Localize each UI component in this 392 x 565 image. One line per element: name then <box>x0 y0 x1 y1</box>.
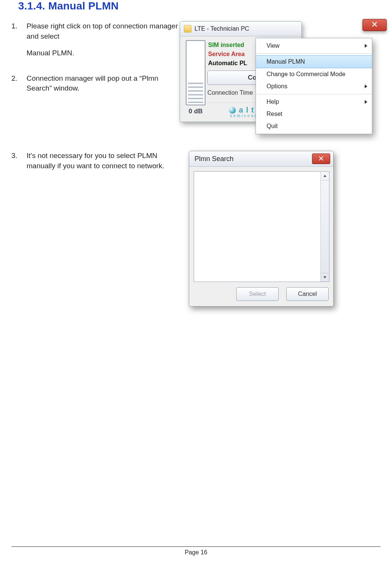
step-number: 2. <box>11 74 27 100</box>
menu-separator <box>256 53 372 54</box>
screenshot-plmn-search-dialog: Plmn Search Select <box>189 151 340 307</box>
menu-item-options[interactable]: Options <box>256 80 372 92</box>
menu-item-view[interactable]: View <box>256 40 372 52</box>
menu-item-reset[interactable]: Reset <box>256 108 372 120</box>
context-menu: View Manual PLMN Change to Commercial Mo… <box>256 38 372 134</box>
step-number: 3. <box>11 151 27 178</box>
plmn-search-dialog: Plmn Search Select <box>189 151 334 307</box>
menu-item-manual-plmn[interactable]: Manual PLMN <box>256 55 372 68</box>
app-icon <box>184 25 191 33</box>
step-text: Manual PLMN. <box>27 48 178 58</box>
step-text: Please right click on top of connection … <box>27 21 178 41</box>
select-button: Select <box>236 287 279 301</box>
lte-window-titlebar[interactable]: LTE - Technician PC <box>180 22 301 36</box>
dialog-titlebar[interactable]: Plmn Search <box>189 151 333 167</box>
menu-separator <box>256 94 372 94</box>
menu-item-change-commercial[interactable]: Change to Commercial Mode <box>256 68 372 80</box>
dialog-title-text: Plmn Search <box>194 155 234 163</box>
signal-strength-meter <box>186 40 205 105</box>
window-title-text: LTE - Technician PC <box>194 25 249 32</box>
close-icon <box>372 21 378 29</box>
menu-item-quit[interactable]: Quit <box>256 120 372 132</box>
scrollbar[interactable] <box>320 172 329 282</box>
step-text: Connection manager will pop out a “Plmn … <box>27 74 178 94</box>
signal-db-label: 0 dB <box>189 108 203 115</box>
step-text: It’s not necessary for you to select PLM… <box>27 151 178 171</box>
window-close-button[interactable] <box>362 19 387 31</box>
cancel-button[interactable]: Cancel <box>286 287 329 301</box>
screenshot-lte-context-menu: LTE - Technician PC 0 dB SIM inserted Se… <box>180 21 377 139</box>
step-number: 1. <box>11 21 27 65</box>
dialog-close-button[interactable] <box>312 153 330 164</box>
menu-item-help[interactable]: Help <box>256 96 372 108</box>
page-number: Page 16 <box>185 549 207 556</box>
scroll-up-button[interactable] <box>321 172 329 180</box>
page-footer: Page 16 <box>11 546 381 556</box>
section-heading: 3.1.4. Manual PLMN <box>18 0 384 12</box>
close-icon <box>318 155 324 163</box>
altair-globe-icon <box>229 107 236 114</box>
scroll-down-button[interactable] <box>321 273 329 282</box>
plmn-results-listbox[interactable] <box>194 171 329 282</box>
